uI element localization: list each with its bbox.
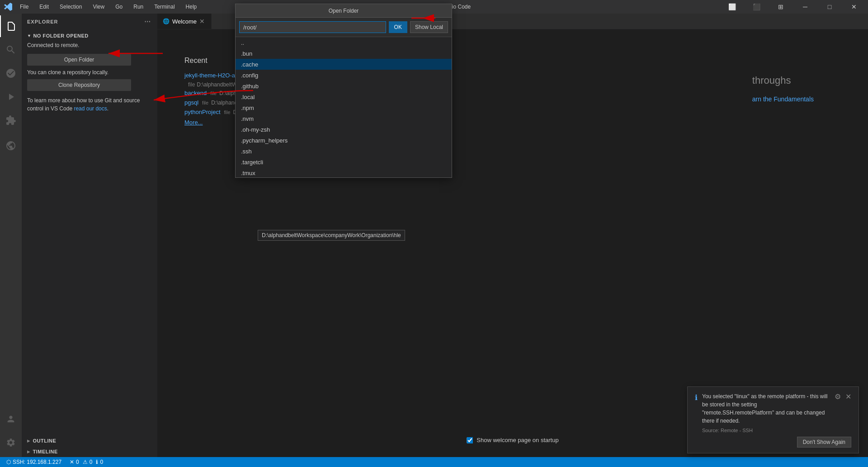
dialog-input-row: OK Show Local <box>236 18 452 37</box>
vscode-logo-icon <box>4 2 13 11</box>
sidebar-title: Explorer <box>27 19 58 24</box>
dont-show-again-button[interactable]: Don't Show Again <box>797 437 851 448</box>
sidebar-layout-button[interactable]: ⬜ <box>722 0 742 14</box>
menu-help[interactable]: Help <box>184 3 199 11</box>
list-item[interactable]: .config <box>236 70 452 81</box>
dialog-ok-button[interactable]: OK <box>389 21 407 33</box>
activity-source-control[interactable] <box>0 62 22 84</box>
close-button[interactable]: ✕ <box>844 0 864 14</box>
info-count: 0 <box>100 459 103 465</box>
ssh-label: SSH: 192.168.1.227 <box>13 459 61 465</box>
window-controls: ⬜ ⬛ ⊞ ─ □ ✕ <box>722 0 864 14</box>
no-folder-label: No Folder Opened <box>27 33 152 38</box>
tab-icon: 🌐 <box>163 18 170 24</box>
panel-layout-button[interactable]: ⬛ <box>746 0 767 14</box>
notification-source: Source: Remote - SSH <box>702 428 830 433</box>
notification-content: You selected "linux" as the remote platf… <box>702 392 830 433</box>
maximize-button[interactable]: □ <box>819 0 840 14</box>
activity-search[interactable] <box>0 39 22 61</box>
menu-run[interactable]: Run <box>132 3 145 11</box>
menu-view[interactable]: View <box>91 3 106 11</box>
notification-settings-icon[interactable]: ⚙ <box>835 392 841 401</box>
status-bar: ⬡ SSH: 192.168.1.227 ✕ 0 ⚠ 0 ℹ 0 <box>0 457 868 467</box>
recent-link-1[interactable]: backend <box>184 90 207 96</box>
notification-body: ℹ You selected "linux" as the remote pla… <box>695 392 851 433</box>
connected-message: Connected to remote. <box>27 42 152 48</box>
activity-extensions[interactable] <box>0 110 22 131</box>
list-item[interactable]: .local <box>236 91 452 102</box>
help-text: To learn more about how to use Git and s… <box>27 96 152 113</box>
new-file-button[interactable]: ⋯ <box>143 17 152 26</box>
menu-go[interactable]: Go <box>113 3 124 11</box>
minimize-button[interactable]: ─ <box>795 0 816 14</box>
notification-message: You selected "linux" as the remote platf… <box>702 392 830 425</box>
activity-run-debug[interactable] <box>0 86 22 108</box>
menu-edit[interactable]: Edit <box>38 3 51 11</box>
menu-terminal[interactable]: Terminal <box>152 3 176 11</box>
fullscreen-layout-button[interactable]: ⊞ <box>770 0 791 14</box>
activity-settings[interactable] <box>0 432 22 453</box>
list-item[interactable]: .oh-my-zsh <box>236 124 452 135</box>
menu-file[interactable]: File <box>18 3 30 11</box>
tab-close-button[interactable]: ✕ <box>199 18 205 25</box>
list-item-cache[interactable]: .cache <box>236 59 452 70</box>
dialog-file-list[interactable]: .. .bun .cache .config .github .local .n… <box>236 37 452 177</box>
warning-icon: ⚠ <box>83 459 88 465</box>
notification-actions: Don't Show Again <box>695 437 851 448</box>
ssh-status[interactable]: ⬡ SSH: 192.168.1.227 <box>4 459 64 465</box>
info-icon: ℹ <box>96 459 98 465</box>
list-item[interactable]: .github <box>236 81 452 91</box>
errors-status[interactable]: ✕ 0 ⚠ 0 ℹ 0 <box>68 459 105 465</box>
recent-type-2: file <box>202 100 208 105</box>
sidebar-content: No Folder Opened Connected to remote. Op… <box>22 29 157 435</box>
menu-bar[interactable]: File Edit Selection View Go Run Terminal… <box>18 3 198 11</box>
read-docs-link[interactable]: read our docs <box>74 105 107 112</box>
sidebar: Explorer ⋯ No Folder Opened Connected to… <box>22 14 157 457</box>
activity-accounts[interactable] <box>0 408 22 430</box>
errors-count: 0 <box>76 459 79 465</box>
tab-label: Welcome <box>172 18 197 25</box>
sidebar-header: Explorer ⋯ <box>22 14 157 29</box>
activity-explorer[interactable] <box>0 15 22 37</box>
list-item[interactable]: .tmux <box>236 167 452 177</box>
sidebar-actions: ⋯ <box>143 17 152 26</box>
notification-close-button[interactable]: ✕ <box>845 392 851 401</box>
list-item[interactable]: .ssh <box>236 146 452 157</box>
notification-panel: ℹ You selected "linux" as the remote pla… <box>687 386 859 453</box>
menu-selection[interactable]: Selection <box>58 3 84 11</box>
dialog-show-local-button[interactable]: Show Local <box>410 21 448 33</box>
recent-link-2[interactable]: pgsql <box>184 99 198 106</box>
list-item[interactable]: .nvm <box>236 113 452 124</box>
welcome-footer: Show welcome page on startup <box>467 437 558 443</box>
clone-info-text: You can clone a repository locally. <box>27 69 152 76</box>
remote-icon: ⬡ <box>6 459 11 465</box>
list-item[interactable]: .targetcli <box>236 157 452 167</box>
right-panel-throughput: throughs arn the Fundamentals <box>752 75 814 103</box>
folder-path-input[interactable] <box>239 21 386 33</box>
list-item[interactable]: .bun <box>236 48 452 59</box>
open-folder-dialog: Open Folder OK Show Local .. .bun .cache… <box>235 4 452 178</box>
info-icon: ℹ <box>695 393 698 402</box>
activity-remote-explorer[interactable] <box>0 135 22 157</box>
list-item[interactable]: .pycharm_helpers <box>236 135 452 146</box>
activity-bar-bottom <box>0 408 22 457</box>
title-bar-left: File Edit Selection View Go Run Terminal… <box>4 2 198 11</box>
recent-type-1: file <box>210 91 217 96</box>
error-icon: ✕ <box>70 459 74 465</box>
tab-welcome[interactable]: 🌐 Welcome ✕ <box>157 14 212 29</box>
show-welcome-checkbox[interactable] <box>467 437 473 443</box>
timeline-section[interactable]: Timeline <box>22 446 157 457</box>
list-item[interactable]: .npm <box>236 102 452 113</box>
status-bar-left: ⬡ SSH: 192.168.1.227 ✕ 0 ⚠ 0 ℹ 0 <box>4 459 105 465</box>
recent-type-3: file <box>224 110 231 115</box>
recent-link-3[interactable]: pythonProject <box>184 109 221 115</box>
list-item[interactable]: .. <box>236 37 452 48</box>
clone-repository-button[interactable]: Clone Repository <box>27 79 131 91</box>
activity-bar <box>0 14 22 457</box>
warnings-count: 0 <box>90 459 93 465</box>
open-folder-button[interactable]: Open Folder <box>27 54 131 66</box>
outline-section[interactable]: Outline <box>22 435 157 446</box>
dialog-title: Open Folder <box>236 4 452 18</box>
show-welcome-label: Show welcome page on startup <box>476 437 558 443</box>
